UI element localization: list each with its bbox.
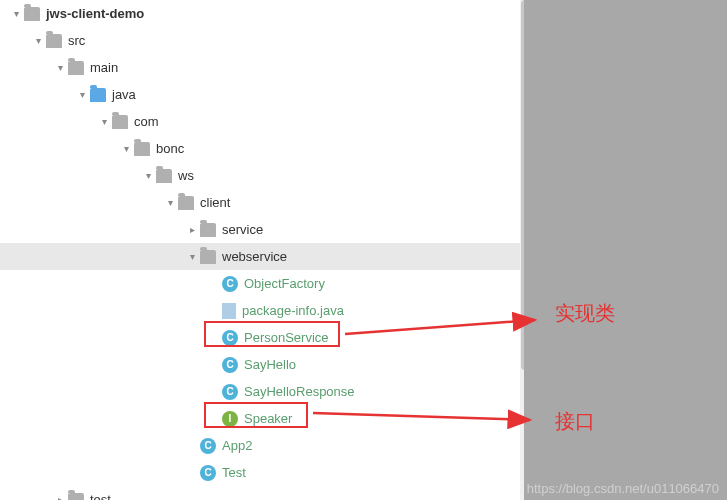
package-folder-icon <box>200 223 216 237</box>
chevron-down-icon[interactable]: ▾ <box>96 114 112 130</box>
ws-label: ws <box>178 168 194 183</box>
watermark: https://blog.csdn.net/u011066470 <box>527 481 719 496</box>
tree-row-bonc[interactable]: ▾ bonc <box>0 135 520 162</box>
tree-row-personservice[interactable]: C PersonService <box>0 324 520 351</box>
chevron-down-icon[interactable]: ▾ <box>8 6 24 22</box>
tree-row-speaker[interactable]: I Speaker <box>0 405 520 432</box>
folder-icon <box>24 7 40 21</box>
chevron-down-icon[interactable]: ▾ <box>74 87 90 103</box>
chevron-down-icon[interactable]: ▾ <box>140 168 156 184</box>
tree-row-java[interactable]: ▾ java <box>0 81 520 108</box>
class-icon: C <box>222 330 238 346</box>
annotation-iface: 接口 <box>555 408 595 435</box>
chevron-down-icon[interactable]: ▾ <box>118 141 134 157</box>
tree-row-service[interactable]: ▸ service <box>0 216 520 243</box>
client-label: client <box>200 195 230 210</box>
java-label: java <box>112 87 136 102</box>
tree-row-src[interactable]: ▾ src <box>0 27 520 54</box>
main-label: main <box>90 60 118 75</box>
folder-icon <box>68 61 84 75</box>
testclass-label: Test <box>222 465 246 480</box>
class-icon: C <box>222 384 238 400</box>
tree-row-root[interactable]: ▾ jws-client-demo <box>0 0 520 27</box>
packageinfo-label: package-info.java <box>242 303 344 318</box>
package-folder-icon <box>134 142 150 156</box>
tree-row-client[interactable]: ▾ client <box>0 189 520 216</box>
chevron-down-icon[interactable]: ▾ <box>162 195 178 211</box>
annotation-impl: 实现类 <box>555 300 615 327</box>
source-folder-icon <box>90 88 106 102</box>
speaker-label: Speaker <box>244 411 292 426</box>
tree-row-test[interactable]: ▸ test <box>0 486 520 500</box>
package-folder-icon <box>156 169 172 183</box>
test-label: test <box>90 492 111 500</box>
folder-icon <box>68 493 84 501</box>
tree-row-main[interactable]: ▾ main <box>0 54 520 81</box>
com-label: com <box>134 114 159 129</box>
package-folder-icon <box>178 196 194 210</box>
tree-row-sayhelloresponse[interactable]: C SayHelloResponse <box>0 378 520 405</box>
chevron-down-icon[interactable]: ▾ <box>30 33 46 49</box>
folder-icon <box>46 34 62 48</box>
class-icon: C <box>200 465 216 481</box>
src-label: src <box>68 33 85 48</box>
personservice-label: PersonService <box>244 330 329 345</box>
bonc-label: bonc <box>156 141 184 156</box>
package-folder-icon <box>112 115 128 129</box>
app2-label: App2 <box>222 438 252 453</box>
tree-row-app2[interactable]: C App2 <box>0 432 520 459</box>
chevron-down-icon[interactable]: ▾ <box>52 60 68 76</box>
tree-row-objectfactory[interactable]: C ObjectFactory <box>0 270 520 297</box>
class-icon: C <box>222 357 238 373</box>
tree-row-sayhello[interactable]: C SayHello <box>0 351 520 378</box>
java-file-icon <box>222 303 236 319</box>
sayhelloresponse-label: SayHelloResponse <box>244 384 355 399</box>
service-label: service <box>222 222 263 237</box>
tree-row-testclass[interactable]: C Test <box>0 459 520 486</box>
package-folder-icon <box>200 250 216 264</box>
tree-row-packageinfo[interactable]: package-info.java <box>0 297 520 324</box>
class-icon: C <box>222 276 238 292</box>
chevron-right-icon[interactable]: ▸ <box>52 492 68 501</box>
tree-row-com[interactable]: ▾ com <box>0 108 520 135</box>
project-tree: ▾ jws-client-demo ▾ src ▾ main ▾ java ▾ … <box>0 0 520 500</box>
interface-icon: I <box>222 411 238 427</box>
objectfactory-label: ObjectFactory <box>244 276 325 291</box>
tree-row-webservice[interactable]: ▾ webservice <box>0 243 520 270</box>
tree-row-ws[interactable]: ▾ ws <box>0 162 520 189</box>
webservice-label: webservice <box>222 249 287 264</box>
root-label: jws-client-demo <box>46 6 144 21</box>
class-icon: C <box>200 438 216 454</box>
chevron-right-icon[interactable]: ▸ <box>184 222 200 238</box>
sayhello-label: SayHello <box>244 357 296 372</box>
chevron-down-icon[interactable]: ▾ <box>184 249 200 265</box>
